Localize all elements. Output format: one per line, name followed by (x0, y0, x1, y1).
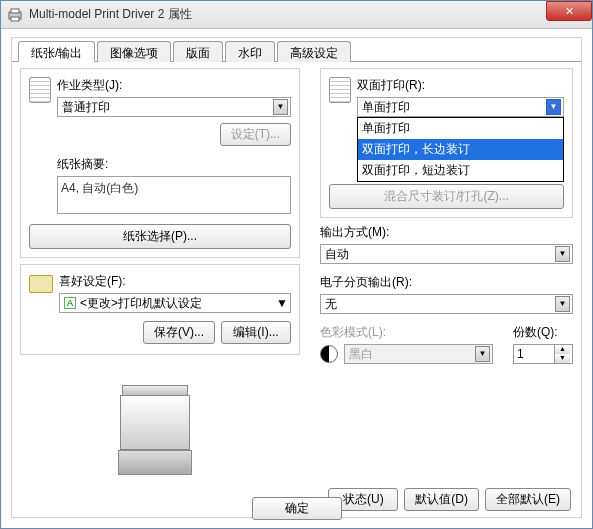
duplex-option-long-edge[interactable]: 双面打印，长边装订 (358, 139, 563, 160)
copies-stepper[interactable]: ▲ ▼ (513, 344, 573, 364)
job-type-select[interactable]: 普通打印 ▼ (57, 97, 291, 117)
folder-icon (29, 275, 53, 293)
duplex-dropdown-list: 单面打印 双面打印，长边装订 双面打印，短边装订 (357, 117, 564, 182)
duplex-option-short-edge[interactable]: 双面打印，短边装订 (358, 160, 563, 181)
close-button[interactable]: ✕ (546, 1, 592, 21)
job-type-group: 作业类型(J): 普通打印 ▼ 设定(T)... 纸张摘要: A4, 自动(白色… (20, 68, 300, 258)
mixed-size-button[interactable]: 混合尺寸装订/打孔(Z)... (329, 184, 564, 209)
chevron-down-icon: ▼ (555, 246, 570, 262)
favorites-edit-button[interactable]: 编辑(I)... (221, 321, 291, 344)
printer-preview-image (100, 365, 220, 485)
color-mode-value: 黑白 (349, 346, 373, 363)
chevron-down-icon: ▼ (475, 346, 490, 362)
paper-select-button[interactable]: 纸张选择(P)... (29, 224, 291, 249)
output-method-value: 自动 (325, 246, 349, 263)
copies-input[interactable] (514, 345, 554, 363)
job-settings-button[interactable]: 设定(T)... (220, 123, 291, 146)
duplex-select[interactable]: 单面打印 ▼ (357, 97, 564, 117)
copies-label: 份数(Q): (513, 324, 573, 341)
collate-value: 无 (325, 296, 337, 313)
copies-up-button[interactable]: ▲ (554, 345, 570, 354)
output-method-label: 输出方式(M): (320, 224, 573, 241)
tab-advanced[interactable]: 高级设定 (277, 41, 351, 62)
output-method-select[interactable]: 自动 ▼ (320, 244, 573, 264)
tab-image-options[interactable]: 图像选项 (97, 41, 171, 62)
svg-rect-1 (11, 9, 19, 13)
paper-summary-label: 纸张摘要: (57, 156, 291, 173)
content-frame: 纸张/输出 图像选项 版面 水印 高级设定 作业类型(J): 普通打印 ▼ (11, 37, 582, 518)
chevron-down-icon: ▼ (555, 296, 570, 312)
document-icon (29, 77, 51, 103)
duplex-group: 双面打印(R): 单面打印 ▼ 单面打印 双面打印，长边装订 双面打印，短边装订 (320, 68, 573, 218)
collate-label: 电子分页输出(R): (320, 274, 573, 291)
tab-layout[interactable]: 版面 (173, 41, 223, 62)
color-mode-label: 色彩模式(L): (320, 324, 493, 341)
document-icon (329, 77, 351, 103)
chevron-down-icon: ▼ (546, 99, 561, 115)
favorites-group: 喜好设定(F): A <更改>打印机默认设定 ▼ 保存(V)... 编辑(I).… (20, 264, 300, 355)
duplex-value: 单面打印 (362, 99, 410, 116)
copies-down-button[interactable]: ▼ (554, 354, 570, 363)
color-mode-select: 黑白 ▼ (344, 344, 493, 364)
titlebar: Multi-model Print Driver 2 属性 ✕ (1, 1, 592, 29)
bw-icon (320, 345, 338, 363)
printer-icon (7, 7, 23, 23)
duplex-option-single[interactable]: 单面打印 (358, 118, 563, 139)
ok-button[interactable]: 确定 (252, 497, 342, 520)
favorites-save-button[interactable]: 保存(V)... (143, 321, 215, 344)
favorites-select[interactable]: A <更改>打印机默认设定 ▼ (59, 293, 291, 313)
collate-select[interactable]: 无 ▼ (320, 294, 573, 314)
tab-watermark[interactable]: 水印 (225, 41, 275, 62)
job-type-label: 作业类型(J): (57, 77, 291, 94)
favorites-a-icon: A (64, 297, 76, 309)
svg-rect-2 (11, 17, 19, 21)
tab-paper-output[interactable]: 纸张/输出 (18, 41, 95, 62)
job-type-value: 普通打印 (62, 99, 110, 116)
chevron-down-icon: ▼ (276, 296, 288, 310)
favorites-label: 喜好设定(F): (59, 273, 291, 290)
paper-summary-text: A4, 自动(白色) (57, 176, 291, 214)
chevron-down-icon: ▼ (273, 99, 288, 115)
tab-bar: 纸张/输出 图像选项 版面 水印 高级设定 (12, 38, 581, 62)
window-title: Multi-model Print Driver 2 属性 (29, 6, 192, 23)
favorites-value: <更改>打印机默认设定 (80, 295, 276, 312)
duplex-label: 双面打印(R): (357, 77, 564, 94)
